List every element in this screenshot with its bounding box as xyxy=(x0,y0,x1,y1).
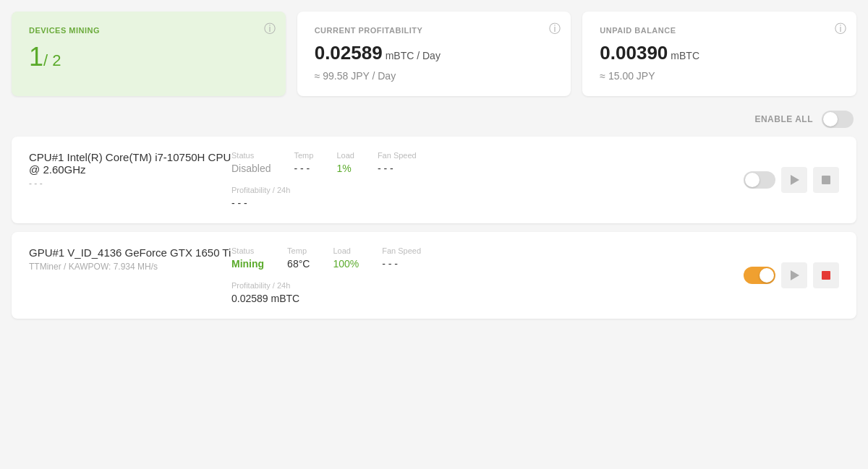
enable-all-label: ENABLE ALL xyxy=(754,114,813,124)
status-item-gpu1: Status Mining xyxy=(231,246,264,270)
stop-button-gpu1[interactable] xyxy=(813,262,839,288)
balance-number: 0.00390 xyxy=(600,42,668,64)
stop-button-cpu1[interactable] xyxy=(813,167,839,193)
stats-row: ⓘ DEVICES MINING 1/ 2 ⓘ CURRENT PROFITAB… xyxy=(12,12,856,96)
load-label-cpu1: Load xyxy=(336,151,354,160)
profitability-label: CURRENT PROFITABILITY xyxy=(315,26,554,35)
load-label-gpu1: Load xyxy=(333,246,359,255)
load-value-gpu1: 100% xyxy=(333,258,359,270)
devices-active: 1 xyxy=(29,42,43,72)
device-card-gpu1: GPU#1 V_ID_4136 GeForce GTX 1650 Ti TTMi… xyxy=(12,232,856,319)
profitability-value: 0.02589mBTC / Day xyxy=(315,42,554,64)
devices-mining-label: DEVICES MINING xyxy=(29,26,268,35)
balance-info-icon[interactable]: ⓘ xyxy=(835,22,846,37)
fan-value-gpu1: - - - xyxy=(382,258,421,270)
enable-all-row: ENABLE ALL xyxy=(12,111,856,128)
load-item-gpu1: Load 100% xyxy=(333,246,359,270)
fan-label-gpu1: Fan Speed xyxy=(382,246,421,255)
profitability-24h-value-gpu1: 0.02589 mBTC xyxy=(231,293,729,304)
load-item-cpu1: Load 1% xyxy=(336,151,354,174)
temp-item-gpu1: Temp 68°C xyxy=(287,246,310,270)
enable-all-toggle[interactable] xyxy=(822,111,854,128)
play-icon-gpu1 xyxy=(791,270,799,280)
status-label-cpu1: Status xyxy=(231,151,271,160)
device-card-cpu1: CPU#1 Intel(R) Core(TM) i7-10750H CPU @ … xyxy=(12,137,856,223)
profitability-card: ⓘ CURRENT PROFITABILITY 0.02589mBTC / Da… xyxy=(297,12,571,96)
stats-top-gpu1: Status Mining Temp 68°C Load 100% Fan Sp… xyxy=(231,246,729,270)
temp-value-cpu1: - - - xyxy=(294,163,313,174)
device-info-cpu1: CPU#1 Intel(R) Core(TM) i7-10750H CPU @ … xyxy=(29,151,231,189)
temp-label-gpu1: Temp xyxy=(287,246,310,255)
status-label-gpu1: Status xyxy=(231,246,264,255)
profitability-24h-value-cpu1: - - - xyxy=(231,197,729,209)
play-icon-cpu1 xyxy=(791,175,799,185)
play-button-gpu1[interactable] xyxy=(781,262,807,288)
device-stats-gpu1: Status Mining Temp 68°C Load 100% Fan Sp… xyxy=(231,246,729,304)
devices-total: / 2 xyxy=(43,51,61,69)
fan-item-cpu1: Fan Speed - - - xyxy=(378,151,417,174)
device-toggle-gpu1[interactable] xyxy=(744,267,775,284)
balance-value: 0.00390mBTC xyxy=(600,42,839,64)
profitability-section-gpu1: Profitability / 24h 0.02589 mBTC xyxy=(231,281,729,304)
profitability-sub: ≈ 99.58 JPY / Day xyxy=(315,70,554,82)
device-name-cpu1: CPU#1 Intel(R) Core(TM) i7-10750H CPU @ … xyxy=(29,151,231,176)
balance-sub: ≈ 15.00 JPY xyxy=(600,70,839,82)
devices-list: CPU#1 Intel(R) Core(TM) i7-10750H CPU @ … xyxy=(12,137,856,319)
stop-icon-gpu1 xyxy=(822,271,830,280)
profitability-info-icon[interactable]: ⓘ xyxy=(549,22,561,37)
device-info-gpu1: GPU#1 V_ID_4136 GeForce GTX 1650 Ti TTMi… xyxy=(29,246,231,272)
balance-unit: mBTC xyxy=(671,50,699,61)
stop-icon-cpu1 xyxy=(822,176,830,184)
load-value-cpu1: 1% xyxy=(336,163,354,174)
status-value-gpu1: Mining xyxy=(231,258,264,270)
devices-info-icon[interactable]: ⓘ xyxy=(264,22,276,37)
devices-mining-card: ⓘ DEVICES MINING 1/ 2 xyxy=(12,12,286,96)
stats-top-cpu1: Status Disabled Temp - - - Load 1% Fan S… xyxy=(231,151,729,174)
temp-value-gpu1: 68°C xyxy=(287,258,310,270)
balance-label: UNPAID BALANCE xyxy=(600,26,839,35)
profitability-24h-label-cpu1: Profitability / 24h xyxy=(231,186,729,194)
status-item-cpu1: Status Disabled xyxy=(231,151,271,174)
device-actions-gpu1 xyxy=(744,262,839,288)
fan-value-cpu1: - - - xyxy=(378,163,417,174)
device-subtitle-cpu1: - - - xyxy=(29,178,231,189)
device-subtitle-gpu1: TTMiner / KAWPOW: 7.934 MH/s xyxy=(29,262,231,272)
device-toggle-cpu1[interactable] xyxy=(744,171,775,189)
profitability-number: 0.02589 xyxy=(315,42,383,64)
devices-mining-value: 1/ 2 xyxy=(29,42,268,72)
status-value-cpu1: Disabled xyxy=(231,163,271,174)
play-button-cpu1[interactable] xyxy=(781,167,807,193)
profitability-unit: mBTC / Day xyxy=(386,50,441,61)
temp-label-cpu1: Temp xyxy=(294,151,313,160)
fan-label-cpu1: Fan Speed xyxy=(378,151,417,160)
profitability-24h-label-gpu1: Profitability / 24h xyxy=(231,281,729,290)
device-name-gpu1: GPU#1 V_ID_4136 GeForce GTX 1650 Ti xyxy=(29,246,231,259)
balance-card: ⓘ UNPAID BALANCE 0.00390mBTC ≈ 15.00 JPY xyxy=(582,12,856,96)
device-stats-cpu1: Status Disabled Temp - - - Load 1% Fan S… xyxy=(231,151,729,209)
fan-item-gpu1: Fan Speed - - - xyxy=(382,246,421,270)
temp-item-cpu1: Temp - - - xyxy=(294,151,313,174)
device-actions-cpu1 xyxy=(744,167,839,193)
profitability-section-cpu1: Profitability / 24h - - - xyxy=(231,186,729,209)
